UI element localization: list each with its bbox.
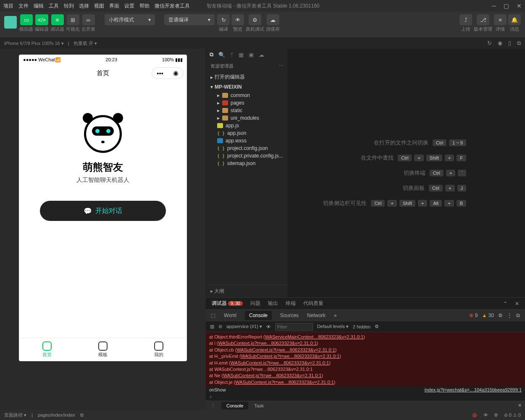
tree-uni_modules[interactable]: ▸ uni_modules: [209, 114, 288, 122]
panda-logo: [84, 115, 122, 153]
tab-首页[interactable]: 首页: [19, 338, 75, 361]
tab-network[interactable]: Network: [307, 312, 326, 318]
版本管理-button[interactable]: ⎇: [477, 14, 489, 25]
云开发-button[interactable]: ∞: [82, 14, 95, 25]
tab-quality[interactable]: 代码质量: [303, 300, 323, 307]
tab-output[interactable]: 输出: [268, 300, 278, 307]
tree-pages[interactable]: ▸ pages: [209, 99, 288, 107]
context-select[interactable]: appservice (#1) ▾: [226, 324, 262, 329]
tree-static[interactable]: ▸ static: [209, 107, 288, 114]
tab-task[interactable]: Task: [249, 402, 269, 410]
record-icon[interactable]: ◉: [498, 40, 502, 47]
more-icon[interactable]: •••: [157, 70, 163, 77]
problems-count[interactable]: ⊘ 0 ⚠ 0: [504, 412, 521, 418]
compile-select[interactable]: 普通编译▾: [164, 14, 215, 25]
上传-button[interactable]: ⤴: [459, 14, 472, 25]
more-icon[interactable]: ⋯: [279, 63, 284, 69]
menu-设置[interactable]: 设置: [124, 3, 134, 10]
dock-icon[interactable]: ⧉: [516, 312, 520, 318]
tree-app.json[interactable]: { } app.json: [209, 129, 288, 137]
tree-common[interactable]: ▸ common: [209, 92, 288, 99]
editor-panel: 在打开的文件之间切换Ctrl1 ~ 9在文件中查找Ctrl+Shift+F切换终…: [288, 49, 525, 297]
tab-console-drawer[interactable]: Console: [221, 402, 248, 410]
tab-terminal[interactable]: 终端: [286, 300, 296, 307]
branch-icon[interactable]: ᛘ: [230, 52, 234, 58]
真机调试-button[interactable]: ⚙: [249, 14, 261, 25]
eye-icon[interactable]: 👁: [483, 412, 488, 418]
grid-icon[interactable]: ▦: [239, 52, 244, 58]
maximize-icon[interactable]: ▢: [504, 3, 509, 9]
gear-icon[interactable]: ⚙: [375, 324, 379, 329]
copy-icon[interactable]: ⧉: [80, 412, 84, 418]
search-icon[interactable]: 🔍: [218, 52, 225, 58]
menu-选择[interactable]: 选择: [79, 3, 89, 10]
minimize-icon[interactable]: ─: [492, 3, 496, 9]
project-section[interactable]: ▾ MP-WEIXIN: [206, 82, 288, 92]
route-label[interactable]: 页面路径 ▾: [4, 412, 26, 418]
gear-icon[interactable]: ⚙: [498, 312, 503, 318]
预览-button[interactable]: 👁: [231, 14, 244, 25]
avatar[interactable]: [4, 16, 17, 29]
menu-帮助[interactable]: 帮助: [139, 3, 150, 10]
inspect-icon[interactable]: ⬚: [211, 312, 215, 318]
消息-button[interactable]: 🔔: [508, 14, 521, 25]
调试器-button[interactable]: ≡: [51, 14, 64, 25]
more-tabs-icon[interactable]: »: [334, 312, 337, 318]
编译-button[interactable]: ↻: [217, 14, 230, 25]
chevron-up-icon[interactable]: ⌃: [503, 301, 507, 307]
编辑器-button[interactable]: </>: [35, 14, 48, 25]
tree-app.wxss[interactable]: app.wxss: [209, 137, 288, 144]
clear-icon[interactable]: ⊘: [218, 324, 222, 329]
menu-微信开发者工具[interactable]: 微信开发者工具: [155, 3, 190, 10]
open-editors-section[interactable]: ▸ 打开的编辑器: [206, 72, 288, 82]
close-icon[interactable]: ✕: [513, 402, 525, 410]
tab-sources[interactable]: Sources: [280, 312, 299, 318]
target-icon[interactable]: ◉: [173, 69, 178, 77]
menu-icon[interactable]: ⋮: [507, 312, 512, 318]
gear-icon[interactable]: ⚙: [494, 412, 498, 418]
menu-项目[interactable]: 项目: [3, 3, 13, 10]
capsule-button[interactable]: ••• ◉: [152, 67, 184, 79]
模拟器-button[interactable]: ▭: [20, 14, 33, 25]
tab-console[interactable]: Console: [245, 311, 272, 320]
menu-工具[interactable]: 工具: [49, 3, 59, 10]
tree-app.js[interactable]: app.js: [209, 122, 288, 129]
tree-sitemap.json[interactable]: { } sitemap.json: [209, 160, 288, 167]
levels-select[interactable]: Default levels ▾: [317, 324, 349, 329]
tree-project.private.config.js...[interactable]: { } project.private.config.js...: [209, 152, 288, 160]
清缓存-button[interactable]: ☁: [267, 14, 279, 25]
bug-icon[interactable]: 🐞: [472, 412, 478, 418]
filter-input[interactable]: [275, 323, 313, 331]
refresh-icon[interactable]: ↻: [487, 40, 492, 47]
tab-模板[interactable]: 模板: [75, 338, 131, 361]
详情-button[interactable]: ≡: [494, 14, 507, 25]
drawer-icon[interactable]: ⋮: [206, 402, 220, 410]
console-prompt[interactable]: ›: [206, 393, 525, 401]
start-chat-button[interactable]: 💬 开始对话: [40, 201, 166, 221]
menu-文件[interactable]: 文件: [18, 3, 29, 10]
sidebar-toggle-icon[interactable]: ▥: [210, 324, 214, 329]
tab-我的[interactable]: 我的: [131, 338, 187, 361]
menu-视图[interactable]: 视图: [94, 3, 104, 10]
hot-reload-toggle[interactable]: 热重载 开 ▾: [74, 40, 97, 47]
device-select[interactable]: iPhone 6/7/8 Plus 100% 16 ▾: [4, 41, 64, 46]
menu-界面[interactable]: 界面: [109, 3, 119, 10]
app-icon[interactable]: ▣: [249, 52, 254, 58]
menu-编辑[interactable]: 编辑: [34, 3, 44, 10]
tab-problems[interactable]: 问题: [250, 300, 260, 307]
tree-project.config.json[interactable]: { } project.config.json: [209, 144, 288, 152]
outline-section[interactable]: ▸ 大纲: [206, 285, 288, 297]
可视化-button[interactable]: ⊞: [67, 14, 79, 25]
bug-icon[interactable]: ☁: [259, 52, 264, 58]
close-icon[interactable]: ✕: [515, 301, 519, 307]
tab-debugger[interactable]: 调试器 9, 30: [212, 300, 243, 307]
tab-wxml[interactable]: Wxml: [224, 312, 236, 318]
close-icon[interactable]: ✕: [517, 3, 522, 9]
mode-select[interactable]: 小程序模式▾: [105, 14, 155, 25]
eye-icon[interactable]: 👁: [266, 324, 271, 329]
copy-icon[interactable]: ⧉: [517, 40, 521, 47]
menu-转到[interactable]: 转到: [64, 3, 74, 10]
phone-icon[interactable]: ▯: [508, 40, 511, 47]
files-icon[interactable]: ⧉: [210, 51, 213, 58]
hidden-count[interactable]: 2 hidden: [353, 324, 370, 329]
